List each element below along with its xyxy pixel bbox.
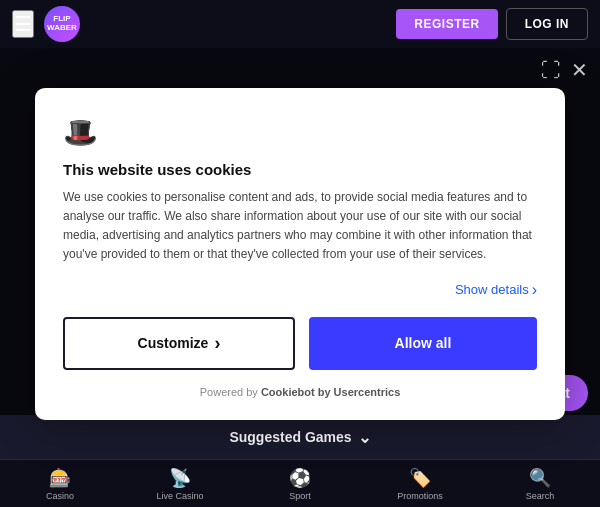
nav-label-live-casino: Live Casino [156, 491, 203, 501]
nav-item-live-casino[interactable]: 📡 Live Casino [150, 467, 210, 501]
header-left: ☰ FLIP WABER [12, 6, 80, 42]
bottom-nav: 🎰 Casino 📡 Live Casino ⚽ Sport 🏷️ Promot… [0, 459, 600, 507]
suggested-games-text: Suggested Games [229, 429, 351, 445]
customize-button[interactable]: Customize [63, 317, 295, 370]
search-icon: 🔍 [529, 467, 551, 489]
cookie-buttons: Customize Allow all [63, 317, 537, 370]
allow-all-button[interactable]: Allow all [309, 317, 537, 370]
logo-image: FLIP WABER [44, 6, 80, 42]
chevron-down-icon: ⌄ [358, 428, 371, 447]
live-casino-icon: 📡 [169, 467, 191, 489]
sport-icon: ⚽ [289, 467, 311, 489]
nav-label-sport: Sport [289, 491, 311, 501]
cookie-footer-text: Powered by [200, 386, 261, 398]
close-button[interactable]: ✕ [571, 60, 588, 80]
casino-icon: 🎰 [49, 467, 71, 489]
nav-item-search[interactable]: 🔍 Search [510, 467, 570, 501]
cookie-body-text: We use cookies to personalise content an… [63, 187, 537, 264]
logo: FLIP WABER [44, 6, 80, 42]
cookie-hat-icon: 🎩 [63, 115, 537, 148]
header: ☰ FLIP WABER REGISTER LOG IN [0, 0, 600, 48]
cookie-title: This website uses cookies [63, 160, 537, 177]
nav-label-casino: Casino [46, 491, 74, 501]
expand-button[interactable]: ⛶ [541, 60, 561, 80]
nav-item-casino[interactable]: 🎰 Casino [30, 467, 90, 501]
cookie-footer-brand: Cookiebot by Usercentrics [261, 386, 400, 398]
register-button[interactable]: REGISTER [396, 9, 497, 39]
nav-item-promotions[interactable]: 🏷️ Promotions [390, 467, 450, 501]
main-area: ⛶ ✕ 🎩 This website uses cookies We use c… [0, 48, 600, 459]
nav-label-search: Search [526, 491, 555, 501]
hamburger-button[interactable]: ☰ [12, 10, 34, 38]
suggested-games-label: Suggested Games ⌄ [229, 428, 370, 447]
nav-label-promotions: Promotions [397, 491, 443, 501]
promotions-icon: 🏷️ [409, 467, 431, 489]
cookie-footer: Powered by Cookiebot by Usercentrics [63, 386, 537, 398]
login-button[interactable]: LOG IN [506, 8, 588, 40]
cookie-modal: 🎩 This website uses cookies We use cooki… [35, 87, 565, 419]
show-details-container: Show details [63, 280, 537, 299]
top-icons: ⛶ ✕ [541, 60, 588, 80]
suggested-games-bar[interactable]: Suggested Games ⌄ [0, 415, 600, 459]
header-right: REGISTER LOG IN [396, 8, 588, 40]
show-details-link[interactable]: Show details [455, 281, 537, 299]
nav-item-sport[interactable]: ⚽ Sport [270, 467, 330, 501]
